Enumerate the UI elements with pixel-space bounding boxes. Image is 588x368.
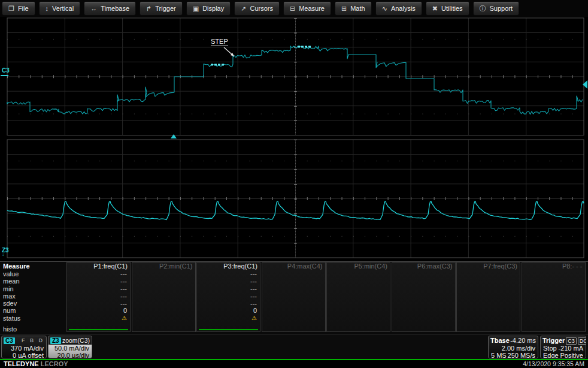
menu-label: Timebase <box>101 5 129 12</box>
measure-param-1[interactable]: P1:freq(C1)---------------0⚠ <box>66 262 131 332</box>
oscilloscope-app: ❐File↕Vertical↔Timebase↱Trigger▣Display➚… <box>0 0 588 368</box>
trigger-descriptor[interactable]: Trigger C3DC Stop -210 mA Edge Positive <box>540 336 586 358</box>
trigger-level-marker <box>583 80 587 89</box>
tbase-scale: 2.00 ms/div <box>489 345 538 352</box>
menu-label: Support <box>490 5 513 12</box>
menu-label: Analysis <box>391 5 416 12</box>
zoom-waveform-grid[interactable] <box>0 139 588 260</box>
trigger-kind: Edge <box>543 352 559 358</box>
z3-badge: Z3 <box>50 337 61 344</box>
utilities-tools-icon: ✖ <box>432 5 438 12</box>
measure-num-cell: 0 <box>197 307 260 314</box>
measure-value-cell: --- <box>67 270 130 277</box>
measure-sdev-cell: --- <box>197 300 260 307</box>
menu-timebase-button[interactable]: ↔Timebase <box>84 1 136 16</box>
trace-z3-offscreen-arrow-icon: ↓ <box>2 252 4 257</box>
menu-vertical-button[interactable]: ↕Vertical <box>39 1 81 16</box>
trigger-coupling-badge: DC <box>578 337 586 345</box>
trigger-level: -210 mA <box>558 345 583 352</box>
math-calculator-icon: ⊞ <box>341 5 347 12</box>
measure-min-cell: --- <box>197 285 260 292</box>
menu-measure-button[interactable]: ⊟Measure <box>283 1 331 16</box>
menu-label: Cursors <box>250 5 273 12</box>
analysis-wave-icon: ∿ <box>382 5 387 12</box>
menu-label: Trigger <box>155 5 175 12</box>
tbase-rate: 250 MS/s <box>508 352 535 358</box>
menu-trigger-button[interactable]: ↱Trigger <box>140 1 183 16</box>
measure-param-5[interactable]: P5:min(C4) <box>326 262 390 332</box>
c3-offset: 0 µA offset <box>2 352 46 358</box>
menu-file-button[interactable]: ❐File <box>2 1 35 16</box>
channel-c3-zero-marker[interactable] <box>1 75 8 76</box>
measure-param-header[interactable]: P4:max(C4) <box>262 263 325 270</box>
main-waveform-grid[interactable] <box>0 17 588 139</box>
measure-mean-cell: --- <box>67 277 130 285</box>
trigger-slope: Positive <box>560 352 583 358</box>
cursor-arrow-icon: ➚ <box>241 5 246 12</box>
measure-param-header[interactable]: P3:freq(C1) <box>197 263 260 270</box>
trigger-edge-icon: ↱ <box>146 5 151 12</box>
measure-param-3[interactable]: P3:freq(C1)---------------0⚠ <box>196 262 260 332</box>
step-annotation: STEP <box>211 38 228 46</box>
z3-timebase: 20.0 µs/div <box>49 352 92 358</box>
zoom-z3-descriptor[interactable]: Z3 zoom(C3) 50.0 mA/div 20.0 µs/div <box>48 336 92 358</box>
measure-ruler-icon: ⊟ <box>290 5 295 12</box>
measure-max-cell: --- <box>197 292 260 300</box>
measure-sdev-cell: --- <box>67 300 130 307</box>
trigger-mode: Stop <box>543 345 557 352</box>
measure-param-header[interactable]: P5:min(C4) <box>327 263 390 270</box>
measure-param-4[interactable]: P4:max(C4) <box>262 262 326 332</box>
measure-row-label-status: status <box>3 315 30 322</box>
measure-row-label-num: num <box>3 307 30 314</box>
measure-param-header[interactable]: P7:freq(C3) <box>457 263 520 270</box>
menu-utilities-button[interactable]: ✖Utilities <box>426 1 469 16</box>
measure-histo-bar <box>69 329 128 330</box>
menu-label: Display <box>202 5 224 12</box>
measure-param-header[interactable]: P1:freq(C1) <box>67 263 130 270</box>
c3-flags: F B D <box>22 337 44 343</box>
measure-status-warning-icon: ⚠ <box>197 315 260 322</box>
menu-bar: ❐File↕Vertical↔Timebase↱Trigger▣Display➚… <box>0 0 588 17</box>
measure-param-6[interactable]: P6:max(C3) <box>392 262 456 332</box>
menu-cursors-button[interactable]: ➚Cursors <box>234 1 280 16</box>
vertical-arrows-icon: ↕ <box>46 5 49 12</box>
c3-badge: C3 <box>4 337 15 344</box>
measure-param-header[interactable]: P6:max(C3) <box>392 263 455 270</box>
measure-row-label-sdev: sdev <box>3 300 30 307</box>
trigger-title: Trigger <box>542 337 565 344</box>
horizontal-arrows-icon: ↔ <box>90 5 97 12</box>
z3-title: zoom(C3) <box>62 337 90 344</box>
channel-c3-descriptor[interactable]: C3 F B D 370 mA/div 0 µA offset <box>1 336 47 358</box>
menu-math-button[interactable]: ⊞Math <box>335 1 372 16</box>
measure-mean-cell: --- <box>197 277 260 285</box>
z3-scale: 50.0 mA/div <box>49 345 92 352</box>
measure-status-warning-icon: ⚠ <box>67 315 130 322</box>
measure-min-cell: --- <box>67 285 130 292</box>
display-monitor-icon: ▣ <box>193 5 199 12</box>
measure-histo-bar <box>199 329 258 330</box>
menu-label: File <box>18 5 29 12</box>
menu-support-button[interactable]: ⓘSupport <box>473 1 520 16</box>
menu-label: Utilities <box>441 5 462 12</box>
measure-param-8[interactable]: P8:- - - <box>522 262 586 332</box>
menu-display-button[interactable]: ▣Display <box>186 1 231 16</box>
measure-param-7[interactable]: P7:freq(C3) <box>456 262 520 332</box>
trigger-source-badge: C3 <box>566 337 577 345</box>
channel-c3-label[interactable]: C3 <box>2 68 10 74</box>
tbase-title: Tbase <box>490 337 510 344</box>
measure-param-header[interactable]: P2:min(C1) <box>132 263 195 270</box>
measure-param-2[interactable]: P2:min(C1) <box>132 262 196 332</box>
c3-scale: 370 mA/div <box>2 345 46 352</box>
measure-param-header[interactable]: P8:- - - <box>522 263 585 270</box>
measure-row-label-mean: mean <box>3 277 30 285</box>
timebase-descriptor[interactable]: Tbase -4.20 ms 2.00 ms/div 5 MS 250 MS/s <box>488 336 538 358</box>
measure-row-labels: Measurevaluemeanminmaxsdevnumstatushisto <box>3 263 30 333</box>
menu-label: Vertical <box>52 5 74 12</box>
measure-table: Measurevaluemeanminmaxsdevnumstatushisto… <box>0 261 588 334</box>
brand-logo: TELEDYNE LECROY <box>4 360 68 368</box>
menu-label: Measure <box>299 5 325 12</box>
tbase-delay: -4.20 ms <box>510 337 536 344</box>
measure-value-cell: --- <box>197 270 260 277</box>
measure-num-cell: 0 <box>67 307 130 314</box>
menu-analysis-button[interactable]: ∿Analysis <box>375 1 422 16</box>
